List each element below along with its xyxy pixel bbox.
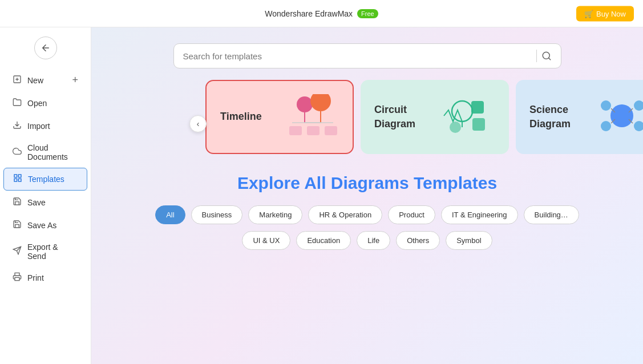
filter-row-2: UI & UX Education Life Others Symbol [114,231,620,250]
circuit-label-wrap: Circuit Diagram [374,104,415,130]
content-area: ‹ Timeline [91,27,643,364]
sidebar-open-label: Open [27,99,47,108]
svg-point-26 [634,100,643,111]
explore-section: Explore All Diagrams Templates All Busin… [91,168,643,268]
science-card-label2: Diagram [529,118,571,130]
svg-point-24 [610,104,633,127]
svg-rect-3 [18,179,21,181]
circuit-card-label2: Diagram [374,118,415,130]
carousel-track: Timeline [91,80,643,154]
search-divider [536,50,537,62]
svg-point-25 [601,100,611,111]
sidebar-item-open[interactable]: Open [3,92,87,114]
sidebar-item-export[interactable]: Export & Send [3,237,87,266]
new-icon [13,75,22,86]
sidebar-import-label: Import [27,122,50,131]
plus-icon: + [72,74,78,86]
sidebar-item-templates[interactable]: Templates [3,168,87,191]
filter-others[interactable]: Others [396,231,440,250]
timeline-visual [288,94,339,140]
svg-point-28 [634,121,643,131]
sidebar-item-new[interactable]: New + [3,69,87,91]
svg-rect-15 [289,126,302,135]
svg-rect-17 [325,126,337,135]
svg-rect-1 [14,175,17,177]
search-container [91,27,643,80]
main-layout: New + Open Import Cloud Documents [0,27,643,364]
svg-rect-2 [18,175,21,177]
open-icon [13,98,22,109]
svg-line-8 [548,58,550,59]
sidebar-new-label: New [27,76,43,85]
filter-life[interactable]: Life [357,231,390,250]
carousel-card-timeline[interactable]: Timeline [205,80,354,154]
carousel-card-science[interactable]: Science Diagram [516,80,643,154]
science-label-wrap: Science Diagram [529,104,571,130]
filter-hr[interactable]: HR & Operation [308,205,382,224]
chevron-left-icon: ‹ [197,119,200,128]
app-title-group: Wondershare EdrawMax Free [265,9,378,18]
svg-point-9 [297,96,313,112]
free-badge: Free [357,9,378,18]
search-box [173,43,561,68]
filter-education[interactable]: Education [296,231,351,250]
cloud-icon [13,147,22,158]
sidebar-print-label: Print [27,273,44,282]
filter-symbol[interactable]: Symbol [446,231,492,250]
svg-point-18 [452,101,472,122]
circuit-visual [438,93,495,141]
save-icon [13,197,22,208]
app-name: Wondershare EdrawMax [265,9,353,18]
sidebar-cloud-label: Cloud Documents [27,143,78,161]
cart-icon: 🛒 [584,9,593,18]
carousel-section: ‹ Timeline [91,80,643,168]
back-button[interactable] [34,37,57,59]
topbar: Wondershare EdrawMax Free 🛒 Buy Now [0,0,643,27]
svg-rect-6 [15,277,19,280]
carousel-prev-button[interactable]: ‹ [189,115,207,132]
circuit-card-label: Circuit [374,104,415,116]
timeline-card-label: Timeline [220,110,262,123]
filter-marketing[interactable]: Marketing [248,205,302,224]
arrow-left-icon [41,43,51,53]
svg-point-21 [450,122,461,133]
sidebar-save-label: Save [27,198,46,207]
svg-rect-16 [307,126,320,135]
filter-building[interactable]: Building… [524,205,579,224]
svg-rect-4 [14,179,17,181]
svg-rect-20 [472,118,485,131]
carousel-card-circuit[interactable]: Circuit Diagram [361,80,509,154]
svg-point-27 [601,121,611,131]
print-icon [13,272,22,284]
sidebar-templates-label: Templates [28,175,64,184]
filter-product[interactable]: Product [388,205,435,224]
science-visual [593,93,643,141]
filter-row-1: All Business Marketing HR & Operation Pr… [114,205,620,224]
sidebar-saveas-label: Save As [27,221,56,230]
sidebar-item-saveas[interactable]: Save As [3,215,87,236]
saveas-icon [13,220,22,231]
export-icon [13,246,22,257]
templates-icon [13,173,22,185]
sidebar-item-save[interactable]: Save [3,192,87,213]
sidebar-item-print[interactable]: Print [3,267,87,289]
filter-all[interactable]: All [155,205,185,224]
svg-point-10 [310,94,331,111]
sidebar-item-cloud[interactable]: Cloud Documents [3,138,87,167]
science-card-label: Science [529,104,571,116]
svg-rect-19 [471,101,484,114]
sidebar-export-label: Export & Send [27,242,78,261]
buy-button[interactable]: 🛒 Buy Now [576,6,634,21]
filter-ui[interactable]: UI & UX [242,231,290,250]
sidebar-item-import[interactable]: Import [3,115,87,137]
explore-title: Explore All Diagrams Templates [114,173,620,193]
search-input[interactable] [183,51,532,61]
filter-business[interactable]: Business [191,205,243,224]
sidebar: New + Open Import Cloud Documents [0,27,91,364]
search-button[interactable] [541,51,552,61]
filter-it[interactable]: IT & Engineering [441,205,518,224]
import-icon [13,120,22,132]
